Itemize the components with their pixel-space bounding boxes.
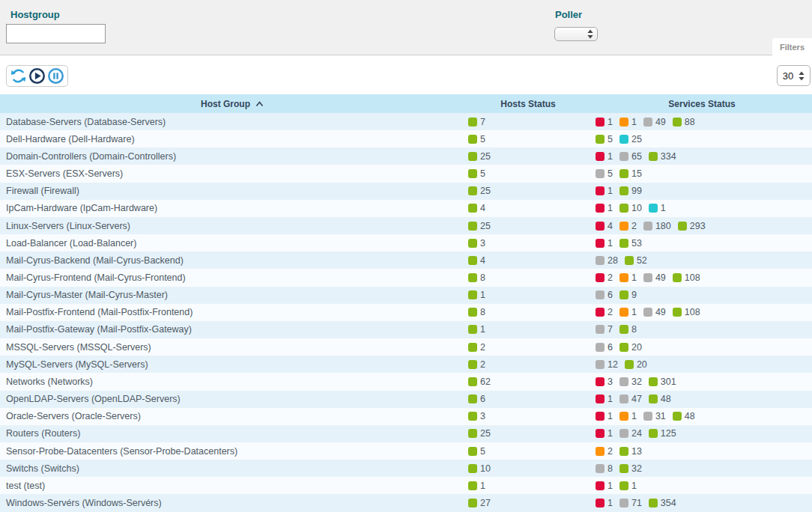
- status-count-ok[interactable]: 8: [468, 307, 485, 317]
- status-count-critical[interactable]: 1: [596, 411, 613, 421]
- status-count-ok[interactable]: 108: [673, 307, 700, 317]
- status-count-critical[interactable]: 2: [596, 272, 613, 283]
- status-count-unknown[interactable]: 32: [619, 377, 642, 387]
- status-count-value: 3: [480, 238, 485, 249]
- status-count-critical[interactable]: 4: [596, 221, 613, 231]
- status-count-ok[interactable]: 125: [649, 428, 676, 439]
- status-count-ok[interactable]: 301: [649, 377, 676, 387]
- refresh-icon[interactable]: [10, 67, 27, 85]
- status-count-ok[interactable]: 25: [468, 151, 491, 162]
- status-count-warning[interactable]: 1: [619, 117, 637, 127]
- status-count-value: 5: [480, 446, 485, 457]
- status-count-critical[interactable]: 2: [596, 307, 613, 317]
- page-size-select[interactable]: 30: [777, 65, 811, 86]
- status-count-unknown[interactable]: 71: [619, 498, 642, 508]
- status-count-unknown[interactable]: 49: [643, 272, 666, 283]
- status-count-ok[interactable]: 48: [649, 394, 671, 404]
- status-count-critical[interactable]: 3: [596, 377, 613, 387]
- status-count-ok[interactable]: 5: [596, 134, 613, 144]
- status-count-ok[interactable]: 99: [619, 186, 642, 196]
- status-count-ok[interactable]: 48: [673, 411, 695, 421]
- status-count-unknown[interactable]: 8: [596, 463, 613, 474]
- status-count-ok[interactable]: 8: [619, 324, 637, 335]
- status-count-ok[interactable]: 293: [678, 221, 706, 231]
- status-count-warning[interactable]: 2: [619, 221, 637, 231]
- status-count-ok[interactable]: 7: [468, 117, 485, 127]
- status-count-ok[interactable]: 53: [619, 238, 642, 249]
- status-count-pending[interactable]: 25: [619, 134, 642, 144]
- status-count-ok[interactable]: 10: [619, 203, 642, 213]
- status-count-critical[interactable]: 1: [596, 203, 613, 213]
- status-count-ok[interactable]: 6: [468, 394, 485, 404]
- status-count-ok[interactable]: 20: [625, 359, 647, 370]
- status-count-ok[interactable]: 1: [468, 290, 485, 300]
- column-header-hosts-status[interactable]: Hosts Status: [464, 94, 592, 113]
- status-count-ok[interactable]: 62: [468, 377, 491, 387]
- status-count-ok[interactable]: 3: [468, 238, 485, 249]
- status-count-ok[interactable]: 52: [625, 255, 647, 266]
- status-count-critical[interactable]: 1: [596, 498, 613, 508]
- hostgroup-input[interactable]: [6, 24, 106, 43]
- status-count-ok[interactable]: 354: [649, 498, 676, 508]
- status-count-ok[interactable]: 108: [673, 272, 700, 283]
- pause-icon[interactable]: [47, 67, 64, 85]
- status-count-ok[interactable]: 27: [468, 498, 491, 508]
- status-count-unknown[interactable]: 180: [643, 221, 671, 231]
- status-count-ok[interactable]: 2: [468, 342, 485, 353]
- status-count-critical[interactable]: 1: [596, 238, 613, 249]
- status-count-ok[interactable]: 3: [468, 411, 485, 421]
- status-count-ok[interactable]: 1: [619, 481, 637, 491]
- status-count-ok[interactable]: 5: [468, 446, 485, 457]
- status-count-ok[interactable]: 10: [468, 463, 491, 474]
- status-count-critical[interactable]: 1: [596, 117, 613, 127]
- status-count-warning[interactable]: 2: [596, 446, 613, 457]
- status-count-unknown[interactable]: 5: [596, 168, 613, 179]
- status-count-ok[interactable]: 334: [649, 151, 676, 162]
- status-count-unknown[interactable]: 49: [643, 307, 666, 317]
- status-count-warning[interactable]: 1: [619, 411, 637, 421]
- status-count-unknown[interactable]: 47: [619, 394, 642, 404]
- status-count-unknown[interactable]: 28: [596, 255, 618, 266]
- status-count-unknown[interactable]: 12: [596, 359, 618, 370]
- status-count-unknown[interactable]: 6: [596, 290, 613, 300]
- status-count-unknown[interactable]: 65: [619, 151, 642, 162]
- status-count-critical[interactable]: 1: [596, 428, 613, 439]
- status-count-ok[interactable]: 1: [468, 324, 485, 335]
- status-count-warning[interactable]: 1: [619, 272, 637, 283]
- status-count-ok[interactable]: 4: [468, 255, 485, 266]
- filters-tab[interactable]: Filters: [772, 38, 812, 55]
- status-count-ok[interactable]: 13: [619, 446, 642, 457]
- status-count-ok[interactable]: 32: [619, 463, 642, 474]
- status-count-ok[interactable]: 1: [468, 481, 485, 491]
- status-count-critical[interactable]: 1: [596, 394, 613, 404]
- status-count-critical[interactable]: 1: [596, 186, 613, 196]
- status-count-ok[interactable]: 25: [468, 428, 491, 439]
- status-count-ok[interactable]: 5: [468, 134, 485, 144]
- status-count-unknown[interactable]: 6: [596, 342, 613, 353]
- services-status-cell: 832: [592, 460, 812, 477]
- column-header-host-group[interactable]: Host Group: [0, 94, 464, 113]
- hosts-status-cell: 5: [464, 130, 592, 147]
- poller-select[interactable]: [554, 27, 598, 41]
- status-count-ok[interactable]: 5: [468, 168, 485, 179]
- status-count-pending[interactable]: 1: [649, 203, 666, 213]
- status-count-ok[interactable]: 25: [468, 186, 491, 196]
- status-count-warning[interactable]: 1: [619, 307, 637, 317]
- status-count-critical[interactable]: 1: [596, 481, 613, 491]
- column-header-services-status[interactable]: Services Status: [592, 94, 812, 113]
- status-count-unknown[interactable]: 24: [619, 428, 642, 439]
- status-count-critical[interactable]: 1: [596, 151, 613, 162]
- status-count-unknown[interactable]: 49: [643, 117, 666, 127]
- play-icon[interactable]: [28, 67, 46, 85]
- status-count-unknown[interactable]: 7: [596, 324, 613, 335]
- status-count-ok[interactable]: 2: [468, 359, 485, 370]
- status-count-unknown[interactable]: 31: [643, 411, 666, 421]
- status-count-ok[interactable]: 8: [468, 272, 485, 283]
- status-count-ok[interactable]: 88: [673, 117, 695, 127]
- status-count-ok[interactable]: 15: [619, 168, 642, 179]
- status-count-ok[interactable]: 20: [619, 342, 642, 353]
- status-count-value: 49: [655, 272, 666, 283]
- status-count-ok[interactable]: 25: [468, 221, 491, 231]
- status-count-ok[interactable]: 9: [619, 290, 637, 300]
- status-count-ok[interactable]: 4: [468, 203, 485, 213]
